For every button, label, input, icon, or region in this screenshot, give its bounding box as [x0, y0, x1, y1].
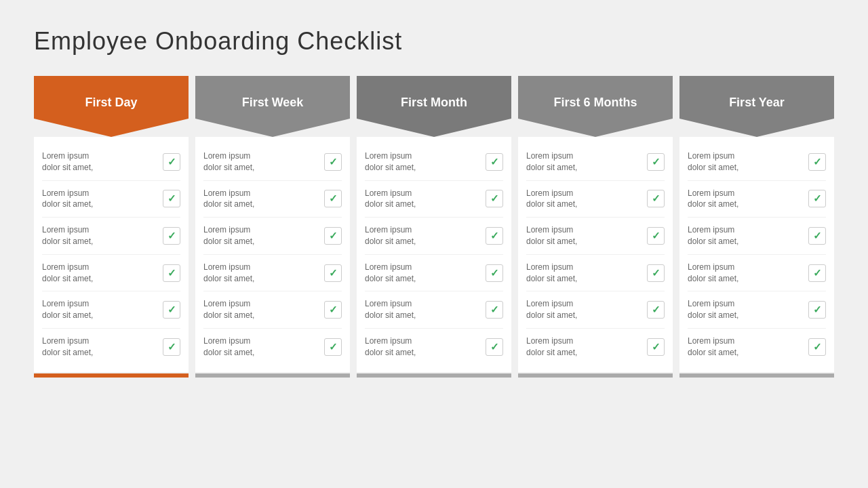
check-icon[interactable] [163, 301, 180, 319]
list-item: Lorem ipsumdolor sit amet, [365, 218, 503, 255]
list-item: Lorem ipsumdolor sit amet, [688, 144, 826, 181]
check-icon[interactable] [808, 264, 826, 282]
item-text: Lorem ipsumdolor sit amet, [42, 336, 93, 359]
col-body-first-week: Lorem ipsumdolor sit amet,Lorem ipsumdol… [195, 137, 350, 372]
item-text: Lorem ipsumdolor sit amet, [688, 336, 738, 359]
list-item: Lorem ipsumdolor sit amet, [203, 291, 342, 329]
column-first-year: First YearLorem ipsumdolor sit amet,Lore… [679, 76, 834, 378]
check-icon[interactable] [324, 301, 342, 319]
item-text: Lorem ipsumdolor sit amet, [526, 150, 577, 174]
check-icon[interactable] [808, 227, 826, 245]
item-text: Lorem ipsumdolor sit amet, [688, 224, 738, 247]
item-text: Lorem ipsumdolor sit amet, [42, 150, 93, 174]
check-icon[interactable] [647, 153, 665, 171]
list-item: Lorem ipsumdolor sit amet, [365, 255, 503, 292]
col-header-first-day: First Day [34, 76, 189, 137]
col-body-first-month: Lorem ipsumdolor sit amet,Lorem ipsumdol… [357, 137, 511, 372]
list-item: Lorem ipsumdolor sit amet, [365, 181, 503, 218]
col-body-first-6-months: Lorem ipsumdolor sit amet,Lorem ipsumdol… [518, 137, 673, 372]
check-icon[interactable] [808, 190, 826, 207]
check-icon[interactable] [808, 153, 826, 171]
item-text: Lorem ipsumdolor sit amet, [42, 262, 93, 285]
item-text: Lorem ipsumdolor sit amet, [688, 262, 738, 285]
item-text: Lorem ipsumdolor sit amet, [365, 298, 416, 321]
item-text: Lorem ipsumdolor sit amet, [688, 150, 738, 174]
list-item: Lorem ipsumdolor sit amet, [203, 218, 342, 255]
item-text: Lorem ipsumdolor sit amet, [526, 336, 577, 359]
col-footer-first-day [34, 373, 189, 378]
item-text: Lorem ipsumdolor sit amet, [42, 188, 93, 211]
item-text: Lorem ipsumdolor sit amet, [526, 224, 577, 247]
item-text: Lorem ipsumdolor sit amet, [203, 262, 254, 285]
check-icon[interactable] [486, 153, 503, 171]
check-icon[interactable] [486, 338, 503, 356]
check-icon[interactable] [486, 301, 503, 319]
item-text: Lorem ipsumdolor sit amet, [203, 224, 254, 247]
check-icon[interactable] [163, 153, 180, 171]
check-icon[interactable] [163, 338, 180, 356]
col-header-first-6-months: First 6 Months [518, 76, 673, 137]
list-item: Lorem ipsumdolor sit amet, [42, 329, 180, 365]
check-icon[interactable] [324, 227, 342, 245]
check-icon[interactable] [163, 190, 180, 207]
list-item: Lorem ipsumdolor sit amet, [526, 218, 665, 255]
check-icon[interactable] [324, 153, 342, 171]
item-text: Lorem ipsumdolor sit amet, [365, 150, 416, 174]
check-icon[interactable] [647, 264, 665, 282]
check-icon[interactable] [647, 301, 665, 319]
check-icon[interactable] [163, 227, 180, 245]
item-text: Lorem ipsumdolor sit amet, [688, 298, 738, 321]
list-item: Lorem ipsumdolor sit amet, [42, 144, 180, 181]
item-text: Lorem ipsumdolor sit amet, [526, 298, 577, 321]
check-icon[interactable] [324, 264, 342, 282]
list-item: Lorem ipsumdolor sit amet, [365, 329, 503, 365]
check-icon[interactable] [486, 227, 503, 245]
check-icon[interactable] [808, 301, 826, 319]
item-text: Lorem ipsumdolor sit amet, [365, 224, 416, 247]
check-icon[interactable] [324, 190, 342, 207]
col-footer-first-week [195, 373, 350, 378]
item-text: Lorem ipsumdolor sit amet, [365, 188, 416, 211]
list-item: Lorem ipsumdolor sit amet, [688, 181, 826, 218]
list-item: Lorem ipsumdolor sit amet, [688, 291, 826, 329]
list-item: Lorem ipsumdolor sit amet, [526, 255, 665, 292]
col-footer-first-6-months [518, 373, 673, 378]
list-item: Lorem ipsumdolor sit amet, [42, 181, 180, 218]
list-item: Lorem ipsumdolor sit amet, [526, 291, 665, 329]
item-text: Lorem ipsumdolor sit amet, [526, 262, 577, 285]
item-text: Lorem ipsumdolor sit amet, [203, 150, 254, 174]
check-icon[interactable] [647, 338, 665, 356]
item-text: Lorem ipsumdolor sit amet, [365, 336, 416, 359]
col-body-first-day: Lorem ipsumdolor sit amet,Lorem ipsumdol… [34, 137, 189, 372]
item-text: Lorem ipsumdolor sit amet, [365, 262, 416, 285]
col-footer-first-month [357, 373, 511, 378]
item-text: Lorem ipsumdolor sit amet, [203, 188, 254, 211]
list-item: Lorem ipsumdolor sit amet, [526, 144, 665, 181]
col-body-first-year: Lorem ipsumdolor sit amet,Lorem ipsumdol… [679, 137, 834, 372]
check-icon[interactable] [647, 227, 665, 245]
list-item: Lorem ipsumdolor sit amet, [203, 144, 342, 181]
list-item: Lorem ipsumdolor sit amet, [526, 329, 665, 365]
col-header-first-month: First Month [357, 76, 511, 137]
check-icon[interactable] [808, 338, 826, 356]
list-item: Lorem ipsumdolor sit amet, [365, 291, 503, 329]
col-header-first-year: First Year [679, 76, 834, 137]
check-icon[interactable] [486, 190, 503, 207]
item-text: Lorem ipsumdolor sit amet, [688, 188, 738, 211]
item-text: Lorem ipsumdolor sit amet, [42, 224, 93, 247]
item-text: Lorem ipsumdolor sit amet, [203, 298, 254, 321]
list-item: Lorem ipsumdolor sit amet, [42, 291, 180, 329]
list-item: Lorem ipsumdolor sit amet, [42, 255, 180, 292]
check-icon[interactable] [163, 264, 180, 282]
check-icon[interactable] [486, 264, 503, 282]
col-footer-first-year [679, 373, 834, 378]
col-header-first-week: First Week [195, 76, 350, 137]
check-icon[interactable] [324, 338, 342, 356]
list-item: Lorem ipsumdolor sit amet, [688, 329, 826, 365]
list-item: Lorem ipsumdolor sit amet, [688, 218, 826, 255]
check-icon[interactable] [647, 190, 665, 207]
list-item: Lorem ipsumdolor sit amet, [365, 144, 503, 181]
list-item: Lorem ipsumdolor sit amet, [42, 218, 180, 255]
columns-wrapper: First DayLorem ipsumdolor sit amet,Lorem… [34, 76, 834, 378]
list-item: Lorem ipsumdolor sit amet, [203, 329, 342, 365]
